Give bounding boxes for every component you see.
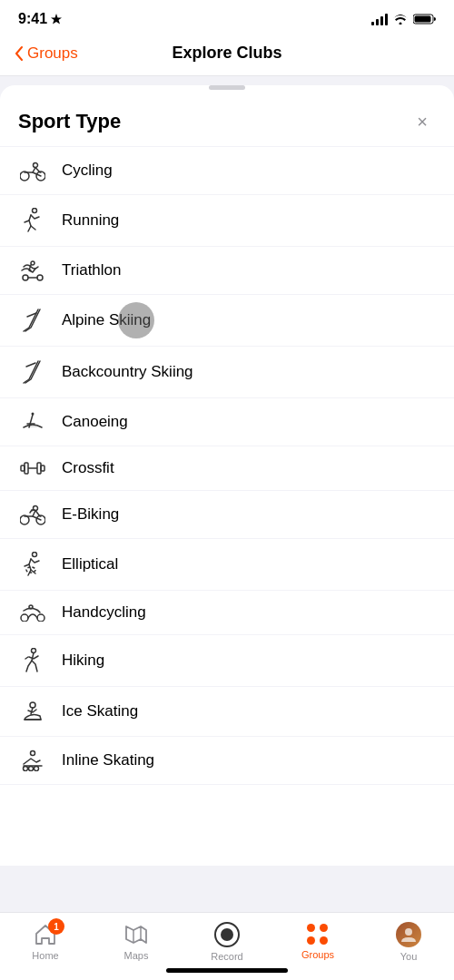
signal-icon — [371, 13, 388, 25]
sport-item-backcountry-skiing[interactable]: Backcountry Skiing — [0, 347, 454, 398]
status-icons — [371, 13, 436, 25]
tab-record[interactable]: Record — [182, 922, 272, 962]
svg-point-22 — [37, 614, 44, 622]
home-badge: 1 — [48, 918, 64, 935]
tab-home[interactable]: 1 Home — [0, 923, 91, 961]
crossfit-icon — [18, 459, 47, 477]
handcycling-label: Handcycling — [62, 603, 146, 622]
svg-point-6 — [31, 261, 35, 265]
groups-icon-wrap — [307, 924, 329, 946]
cycling-icon — [18, 160, 47, 181]
sport-item-handcycling[interactable]: Handcycling — [0, 591, 454, 635]
inline-skating-icon — [18, 750, 47, 771]
cycling-label: Cycling — [62, 162, 113, 180]
you-icon-wrap — [396, 922, 421, 947]
hiking-label: Hiking — [62, 652, 104, 670]
ice-skating-label: Ice Skating — [62, 702, 138, 720]
running-icon — [18, 208, 47, 233]
sheet-header: Sport Type × — [0, 90, 454, 147]
location-icon — [51, 14, 62, 24]
svg-rect-13 — [37, 463, 41, 474]
sheet-title: Sport Type — [18, 110, 121, 133]
sport-type-sheet: Sport Type × Cycling — [0, 85, 454, 866]
sport-item-triathlon[interactable]: Triathlon — [0, 247, 454, 295]
svg-point-7 — [23, 275, 28, 280]
tab-maps[interactable]: Maps — [91, 923, 182, 961]
sport-item-alpine-skiing[interactable]: Alpine Skiing — [0, 295, 454, 347]
sport-list: Cycling Running — [0, 147, 454, 785]
handcycling-icon — [18, 603, 47, 622]
sport-item-running[interactable]: Running — [0, 195, 454, 247]
groups-dot-3 — [307, 936, 315, 945]
groups-dot-4 — [320, 936, 328, 945]
canoeing-icon — [18, 411, 47, 433]
maps-icon-wrap — [124, 923, 148, 946]
sport-item-cycling[interactable]: Cycling — [0, 147, 454, 195]
triathlon-icon — [18, 260, 47, 281]
back-chevron-icon — [15, 46, 24, 61]
home-indicator — [166, 968, 288, 973]
status-time: 9:41 — [18, 11, 62, 27]
svg-point-19 — [33, 553, 37, 557]
canoeing-label: Canoeing — [62, 413, 128, 431]
svg-point-21 — [21, 614, 28, 622]
sport-item-canoeing[interactable]: Canoeing — [0, 398, 454, 446]
sport-item-elliptical[interactable]: Elliptical — [0, 539, 454, 591]
tab-groups[interactable]: Groups — [272, 924, 363, 960]
elliptical-icon — [18, 552, 47, 577]
home-tab-label: Home — [32, 950, 58, 961]
svg-point-23 — [29, 605, 33, 609]
sport-item-inline-skating[interactable]: Inline Skating — [0, 737, 454, 785]
sport-item-ice-skating[interactable]: Ice Skating — [0, 687, 454, 737]
svg-point-28 — [35, 767, 39, 771]
svg-point-9 — [32, 413, 35, 416]
running-label: Running — [62, 211, 119, 230]
battery-icon — [413, 14, 436, 24]
record-icon — [214, 922, 240, 947]
record-icon-wrap — [214, 922, 240, 947]
sport-item-hiking[interactable]: Hiking — [0, 635, 454, 687]
svg-point-33 — [405, 928, 412, 936]
wifi-icon — [393, 14, 408, 24]
svg-point-5 — [33, 209, 37, 213]
svg-marker-30 — [126, 926, 146, 943]
backcountry-skiing-icon — [18, 359, 47, 385]
backcountry-skiing-label: Backcountry Skiing — [62, 363, 193, 381]
back-button[interactable]: Groups — [15, 44, 78, 63]
status-bar: 9:41 — [0, 0, 454, 34]
alpine-skiing-icon — [18, 308, 47, 333]
svg-rect-1 — [415, 16, 431, 23]
svg-point-26 — [24, 767, 28, 771]
groups-dot-1 — [307, 924, 315, 932]
svg-point-18 — [32, 510, 34, 512]
alpine-skiing-label: Alpine Skiing — [62, 311, 151, 329]
home-icon-wrap: 1 — [34, 923, 57, 946]
nav-header: Groups Explore Clubs — [0, 34, 454, 76]
record-dot — [221, 928, 233, 941]
groups-tab-label: Groups — [301, 949, 334, 960]
sport-item-ebiking[interactable]: E-Biking — [0, 491, 454, 539]
elliptical-label: Elliptical — [62, 555, 118, 573]
page-title: Explore Clubs — [172, 44, 281, 63]
record-tab-label: Record — [211, 951, 242, 962]
inline-skating-label: Inline Skating — [62, 751, 154, 769]
svg-point-25 — [30, 702, 35, 708]
groups-icon — [307, 924, 329, 946]
groups-dot-2 — [320, 924, 328, 932]
avatar — [396, 922, 421, 947]
maps-tab-label: Maps — [124, 950, 149, 961]
ebiking-icon — [18, 504, 47, 525]
svg-point-27 — [29, 767, 34, 771]
tab-you[interactable]: You — [363, 922, 454, 962]
sport-item-crossfit[interactable]: Crossfit — [0, 446, 454, 491]
you-tab-label: You — [400, 951, 418, 962]
close-button[interactable]: × — [409, 108, 436, 135]
hiking-icon — [18, 648, 47, 673]
ice-skating-icon — [18, 700, 47, 723]
back-label: Groups — [27, 44, 78, 63]
svg-rect-12 — [25, 463, 28, 474]
svg-point-29 — [31, 751, 35, 756]
crossfit-label: Crossfit — [62, 459, 114, 477]
triathlon-label: Triathlon — [62, 261, 122, 279]
maps-icon — [124, 923, 148, 946]
